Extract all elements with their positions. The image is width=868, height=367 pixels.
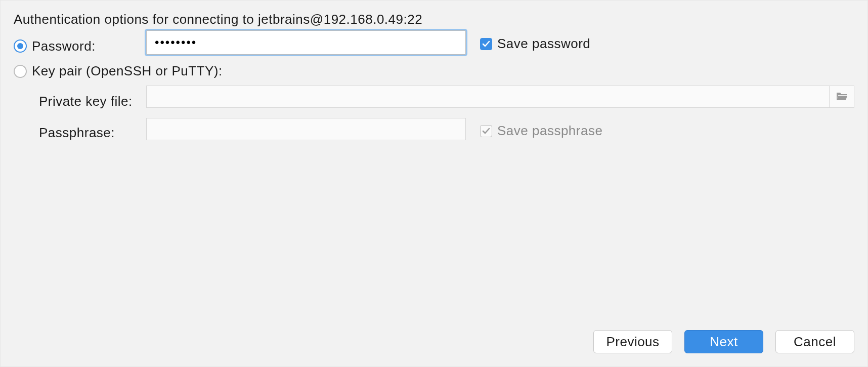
dialog-footer: Previous Next Cancel [593,330,854,353]
password-input[interactable] [154,35,458,50]
save-password-checkbox[interactable] [480,38,492,50]
browse-button[interactable] [829,86,854,108]
save-passphrase-label: Save passphrase [497,123,602,139]
keypair-radio-label: Key pair (OpenSSH or PuTTY): [32,63,223,79]
folder-open-icon [836,89,848,105]
save-passphrase-checkbox [480,125,492,137]
passphrase-input[interactable] [146,118,466,140]
auth-dialog: Authentication options for connecting to… [0,0,868,367]
private-key-input[interactable] [146,86,829,108]
next-button[interactable]: Next [684,330,763,353]
dialog-title: Authentication options for connecting to… [14,12,422,27]
save-password-group[interactable]: Save password [480,36,590,52]
previous-button[interactable]: Previous [593,330,672,353]
private-key-label: Private key file: [39,94,133,109]
password-radio[interactable] [14,39,27,53]
private-key-row [146,86,854,108]
keypair-radio[interactable] [14,65,27,78]
password-radio-label[interactable]: Password: [32,38,96,54]
save-passphrase-group: Save passphrase [480,123,602,139]
passphrase-label: Passphrase: [39,125,115,141]
password-input-wrap [146,30,466,55]
save-password-label: Save password [497,36,590,52]
cancel-button[interactable]: Cancel [775,330,854,353]
keypair-row[interactable]: Key pair (OpenSSH or PuTTY): [14,63,223,79]
